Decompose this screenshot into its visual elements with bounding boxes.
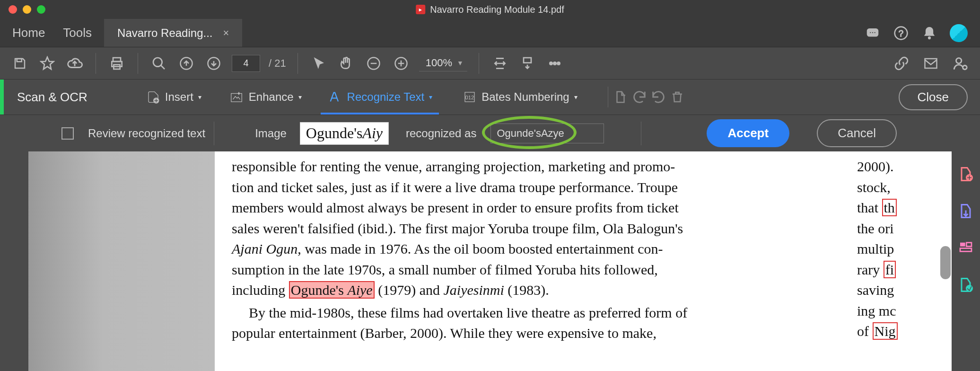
ocr-suspect-box[interactable]: Nig	[873, 322, 898, 340]
review-checkbox-label: Review recognized text	[88, 127, 205, 140]
help-icon[interactable]: ?	[893, 25, 909, 41]
svg-rect-30	[960, 248, 971, 252]
close-tool-button[interactable]: Close	[899, 84, 968, 110]
scroll-mode-icon[interactable]	[518, 54, 537, 73]
svg-rect-28	[960, 243, 965, 247]
text-italic: Jaiyesinmi	[443, 282, 504, 298]
svg-point-11	[153, 58, 162, 67]
document-tab-label: Navarro Reading...	[117, 26, 212, 40]
trash-icon[interactable]	[668, 88, 687, 106]
text-line: popular entertainment (Barber, 2000). Wh…	[232, 325, 656, 341]
enhance-label: Enhance	[249, 90, 294, 104]
page-number-input[interactable]	[232, 55, 260, 72]
window-title: ▸ Navarro Reading Module 14.pdf	[416, 4, 564, 15]
text-line: responsible for renting the venue, arran…	[232, 159, 675, 174]
snippet-text-ital: Aiy	[362, 124, 383, 142]
text-line: members would almost always be present i…	[232, 200, 679, 215]
document-tab[interactable]: Navarro Reading... ×	[104, 19, 242, 47]
more-icon[interactable]	[545, 54, 564, 73]
save-icon[interactable]	[10, 54, 29, 73]
bell-icon[interactable]	[921, 25, 937, 41]
review-bar: Review recognized text Image Ogunde's Ai…	[0, 115, 980, 151]
svg-rect-7	[17, 59, 22, 62]
text-line: the ori	[857, 218, 951, 239]
fit-width-icon[interactable]	[490, 54, 509, 73]
insert-menu[interactable]: Insert ▾	[140, 90, 208, 104]
svg-text:012: 012	[465, 95, 474, 100]
text-line: (1979) and	[375, 282, 444, 298]
recognized-text-input[interactable]	[490, 124, 604, 143]
next-page-icon[interactable]	[204, 54, 223, 73]
share-user-icon[interactable]	[951, 54, 970, 73]
svg-text:?: ?	[899, 28, 903, 38]
star-icon[interactable]	[38, 54, 57, 73]
create-pdf-icon[interactable]	[957, 166, 974, 183]
tab-tools[interactable]: Tools	[63, 26, 92, 40]
organize-pages-icon[interactable]	[957, 239, 974, 256]
close-tab-icon[interactable]: ×	[223, 27, 229, 39]
window-title-text: Navarro Reading Module 14.pdf	[430, 4, 564, 15]
review-checkbox[interactable]	[61, 127, 74, 140]
redo-icon[interactable]	[649, 88, 668, 106]
search-icon[interactable]	[149, 54, 168, 73]
accept-button[interactable]: Accept	[707, 119, 789, 147]
ocr-suspect-highlight[interactable]: Ogunde's Aiye	[289, 281, 375, 299]
bates-label: Bates Numbering	[481, 90, 569, 104]
edit-pdf-icon[interactable]	[957, 276, 974, 293]
minimize-window-button[interactable]	[23, 5, 31, 14]
text-line: multip	[857, 238, 951, 259]
scrollbar-thumb[interactable]	[940, 246, 951, 279]
hand-tool-icon[interactable]	[337, 54, 356, 73]
svg-point-6	[928, 36, 931, 39]
text-line: saving	[857, 280, 951, 300]
cancel-button[interactable]: Cancel	[817, 119, 897, 147]
snippet-text-plain: Ogunde's	[306, 124, 363, 142]
page-add-icon[interactable]	[611, 88, 630, 106]
zoom-select[interactable]: 100% ▼	[419, 55, 467, 71]
traffic-lights	[9, 5, 45, 14]
link-icon[interactable]	[892, 54, 911, 73]
chat-icon[interactable]	[865, 25, 881, 41]
tab-home[interactable]: Home	[12, 26, 45, 40]
page-right-column: 2000). stock, that th the ori multip rar…	[852, 151, 952, 371]
document-viewport[interactable]: responsible for renting the venue, arran…	[0, 151, 980, 371]
zoom-in-icon[interactable]	[392, 54, 411, 73]
image-snippet: Ogunde's Aiy	[300, 122, 389, 145]
zoom-out-icon[interactable]	[364, 54, 383, 73]
svg-point-2	[872, 32, 874, 34]
scan-ocr-bar: Scan & OCR Insert ▾ Enhance ▾ Recognize …	[0, 80, 980, 115]
email-icon[interactable]	[921, 54, 940, 73]
print-icon[interactable]	[107, 54, 126, 73]
close-window-button[interactable]	[9, 5, 17, 14]
select-tool-icon[interactable]	[309, 54, 328, 73]
svg-point-18	[553, 62, 556, 64]
page-total-label: / 21	[269, 57, 286, 70]
bates-numbering-menu[interactable]: 012 Bates Numbering ▾	[456, 90, 584, 104]
svg-rect-20	[925, 59, 937, 68]
recognize-text-menu[interactable]: Recognize Text ▾	[321, 80, 439, 115]
ocr-suspect-box[interactable]: fi	[884, 261, 896, 278]
undo-icon[interactable]	[630, 88, 649, 106]
insert-label: Insert	[165, 90, 193, 104]
zoom-window-button[interactable]	[37, 5, 45, 14]
page-content: responsible for renting the venue, arran…	[218, 151, 852, 371]
export-pdf-icon[interactable]	[957, 203, 974, 220]
chevron-down-icon: ▾	[574, 93, 578, 101]
svg-rect-29	[966, 243, 971, 247]
profile-avatar[interactable]	[950, 24, 968, 42]
accent-strip	[0, 80, 4, 115]
svg-rect-16	[524, 58, 531, 63]
enhance-menu[interactable]: Enhance ▾	[222, 90, 308, 104]
text-line: stock,	[857, 177, 951, 198]
recognized-as-label: recognized as	[406, 127, 476, 140]
chevron-down-icon: ▾	[198, 93, 201, 101]
svg-point-21	[956, 58, 962, 63]
prev-page-icon[interactable]	[177, 54, 196, 73]
chevron-down-icon: ▾	[429, 93, 432, 101]
svg-point-1	[870, 32, 872, 34]
text-line: including	[232, 282, 289, 298]
text-line: sales weren't falsified (ibid.). The fir…	[232, 221, 683, 236]
zoom-value: 100%	[426, 57, 452, 69]
ocr-suspect-box[interactable]: th	[882, 199, 897, 216]
cloud-upload-icon[interactable]	[65, 54, 84, 73]
